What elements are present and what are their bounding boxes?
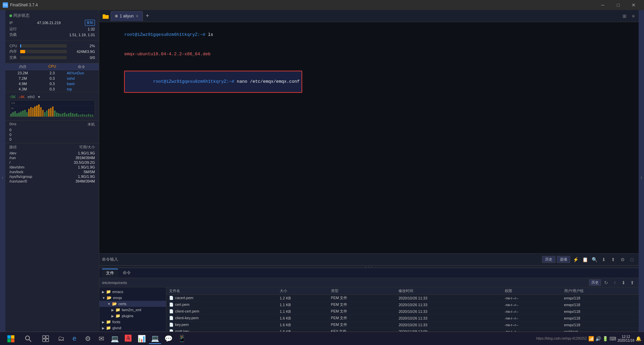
titlebar-left: FS FinalShell 3.7.4 [3,2,38,8]
close-button[interactable]: ✕ [626,0,641,10]
svg-rect-50 [11,335,14,339]
tab-close-button[interactable]: × [136,13,138,19]
up-dir-icon[interactable]: ↑ [611,279,619,286]
refresh-icon[interactable]: ↻ [602,279,610,286]
copy-ip-button[interactable]: 复制 [85,20,95,26]
tree-item-certs[interactable]: ▼ 📂 certs [99,301,166,307]
resource-panel: CPU 2% 内存 424M/3.9G 交换 0/0 [5,41,99,63]
net-interface: eth0 [28,95,35,99]
svg-rect-37 [80,115,82,117]
col-filename[interactable]: 文件名 [166,287,277,295]
svg-point-53 [25,336,30,340]
file-tab-cmd[interactable]: 命令 [119,269,135,277]
taskbar-finalshell-icon[interactable]: 💻 [149,333,161,344]
history-path-button[interactable]: 历史 [589,279,601,286]
swap-bar-bg [20,56,67,59]
mem-row: 内存 424M/3.9G [9,49,95,54]
restore-button[interactable]: □ [610,0,626,10]
taskbar-yellow-app-icon[interactable]: 📊 [136,333,148,344]
mem-bar-bg [20,50,67,53]
tree-item-lwm2m[interactable]: ▶ 📁 lwm2m_xml [99,307,166,313]
list-view-icon[interactable]: ≡ [629,12,637,20]
disk-path-2: / [9,160,61,164]
taskbar-terminal-icon[interactable]: 💻 [109,333,121,344]
folder-icon: 📂 [107,295,112,300]
col-perm[interactable]: 权限 [502,287,561,295]
taskbar-mail-icon[interactable]: ✉ [95,333,107,344]
settings-icon[interactable]: ⚙ [619,256,627,264]
file-tab-files[interactable]: 文件 [102,269,118,277]
taskbar-chat-icon[interactable]: 📱 [176,333,188,344]
tree-item-plugins[interactable]: ▶ 📁 plugins [99,313,166,319]
file-cell-name: 📄cert.pem [166,301,277,308]
col-type[interactable]: 类型 [328,287,396,295]
file-table-row[interactable]: 📄client-key.pem 1.6 KB PEM 文件 2020/10/26… [166,315,639,322]
download-icon[interactable]: ⬇ [600,256,608,264]
download-file-icon[interactable]: ⬇ [620,279,627,286]
col-mtime[interactable]: 修改时间 [396,287,502,295]
upload-icon[interactable]: ⬆ [609,256,617,264]
folder-icon: 📁 [106,326,111,330]
left-panel: 同步状态 IP 47.106.21.219 复制 运行 1:32 负载 1.51… [5,10,99,345]
minimize-button[interactable]: ─ [595,0,610,10]
file-icon: 📄 [169,323,174,327]
file-table-row[interactable]: 📄key.pem 1.6 KB PEM 文件 2020/10/26 11:33 … [166,322,639,328]
col-owner[interactable]: 用户/用户组 [561,287,639,295]
nav-right-arrow[interactable]: › [639,10,644,345]
tree-item-fonts[interactable]: ▶ 📁 fonts [99,319,166,325]
taskbar-red-app-icon[interactable]: 🅰 [122,333,134,344]
taskbar-edge-icon[interactable]: e [68,333,80,344]
tree-item-emqx[interactable]: ▼ 📂 emqx [99,295,166,301]
file-cell-name: 📄client-key.pem [166,315,277,322]
terminal-area[interactable]: root@iZwz91gqesu0zm6h1tkqryZ:~# ls emqx-… [99,22,639,253]
tree-item-glvnd[interactable]: ▶ 📁 glvnd [99,325,166,331]
tree-item-emacs[interactable]: ▶ 📁 emacs [99,289,166,295]
swap-label: 交换 [9,55,19,60]
svg-rect-33 [72,113,73,117]
net-dropdown-icon[interactable]: ▼ [37,95,41,99]
taskbar-explorer-icon[interactable]: 🗂 [55,333,67,344]
maximize-icon[interactable]: □ [628,256,636,264]
terminal-tab[interactable]: 1 aliyun × [111,11,143,21]
file-cell-owner: emqx/118 [561,315,639,322]
svg-rect-36 [78,115,79,117]
start-button[interactable] [3,333,19,344]
svg-rect-38 [82,114,83,117]
folder-icon-button[interactable] [101,11,111,21]
file-table-row[interactable]: 📄client-cert.pem 1.1 KB PEM 文件 2020/10/2… [166,308,639,315]
options-button[interactable]: 选项 [557,256,570,263]
command-input[interactable] [119,257,541,262]
disk-panel: 路径 可用/大小 /dev 1.9G/1.9G /run 391M/394M /… [5,143,99,335]
svg-text:8K: 8K [11,107,14,110]
term-line-1: emqx-ubuntu18.04-4.2.2-x86_64.deb [103,45,635,64]
svg-rect-56 [46,336,49,338]
term-line-0: root@iZwz91gqesu0zm6h1tkqryZ:~# ls [103,25,635,45]
panel-splitter[interactable]: • • • [99,265,639,268]
search-button[interactable] [20,333,36,344]
taskview-button[interactable] [38,333,54,344]
disk-row-6: /run/user/0 394M/394M [9,179,95,184]
cpu-bar-fill [20,44,21,48]
disk-row-5: /sys/fs/cgroup 1.9G/1.9G [9,174,95,179]
lightning-icon[interactable]: ⚡ [572,256,580,264]
titlebar-controls: ─ □ ✕ [595,0,641,10]
col-size[interactable]: 大小 [277,287,328,295]
grid-view-icon[interactable]: ⊞ [621,12,629,20]
file-table-row[interactable]: 📄cacert.pem 1.2 KB PEM 文件 2020/10/26 11:… [166,295,639,301]
load-row: 负载 1.51, 1.19, 1.01 [9,32,95,37]
svg-rect-32 [70,113,71,117]
proc-cmd-1: sshd [67,76,96,80]
disk-row-0: /dev 1.9G/1.9G [9,151,95,155]
taskbar-green-app-icon[interactable]: 💬 [162,333,174,344]
svg-rect-5 [16,113,18,117]
add-tab-button[interactable]: + [143,11,152,21]
term-prompt-1: root@iZwz91gqesu0zm6h1tkqryZ:~# [153,79,237,84]
upload-file-icon[interactable]: ⬆ [629,279,636,286]
file-table-row[interactable]: 📄cert.pem 1.1 KB PEM 文件 2020/10/26 11:33… [166,301,639,308]
taskbar-settings-icon[interactable]: ⚙ [82,333,94,344]
nav-left-arrow[interactable]: ‹ [0,10,5,345]
history-button[interactable]: 历史 [542,256,555,263]
file-cell-size: 1.2 KB [277,295,328,301]
search-icon[interactable]: 🔍 [590,256,598,264]
clipboard-icon[interactable]: 📋 [581,256,589,264]
